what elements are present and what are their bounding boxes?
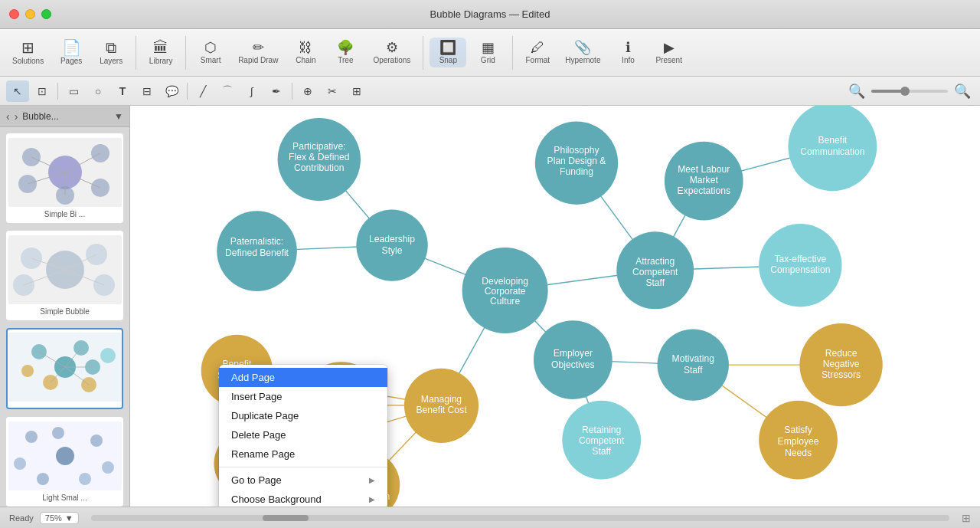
- ellipse-tool[interactable]: ○: [87, 80, 109, 102]
- menu-delete-page[interactable]: Delete Page: [219, 425, 387, 444]
- bezier-tool[interactable]: ∫: [240, 80, 263, 102]
- svg-text:Tax-effective: Tax-effective: [774, 254, 826, 264]
- text-tool[interactable]: T: [111, 80, 134, 102]
- toolbar-pages[interactable]: 📄 Pages: [53, 37, 90, 68]
- status-text: Ready: [9, 513, 34, 523]
- svg-point-40: [52, 427, 64, 439]
- callout-tool[interactable]: 💬: [160, 80, 183, 102]
- toolbar-rapid-draw[interactable]: ✏ Rapid Draw: [232, 38, 284, 67]
- horizontal-scrollbar[interactable]: [91, 515, 949, 521]
- rect-tool[interactable]: ▭: [62, 80, 85, 102]
- stamp-tool[interactable]: ⊕: [296, 80, 319, 102]
- zoom-in-button[interactable]: 🔍: [951, 81, 974, 101]
- zoom-out-button[interactable]: 🔍: [845, 81, 868, 101]
- toolbar-layers[interactable]: ⧉ Layers: [93, 37, 129, 68]
- page-thumb-3[interactable]: [6, 328, 123, 409]
- hypernote-icon: 📎: [574, 41, 591, 54]
- toolbar-chain[interactable]: ⛓ Chain: [287, 38, 324, 67]
- solutions-label: Solutions: [12, 57, 44, 65]
- toolbar-info[interactable]: ℹ Info: [609, 38, 646, 67]
- line-tool[interactable]: ╱: [191, 80, 214, 102]
- svg-text:Competent: Competent: [579, 435, 625, 446]
- scrollbar-thumb: [263, 515, 309, 521]
- page-thumb-label-2: Simple Bubble: [40, 307, 89, 316]
- svg-text:Employee: Employee: [778, 436, 819, 447]
- rapid-draw-label: Rapid Draw: [238, 56, 278, 64]
- svg-text:Developing: Developing: [482, 276, 528, 287]
- tools-sep-2: [187, 83, 188, 100]
- toolbar-format[interactable]: 🖊 Format: [519, 38, 556, 67]
- scissors-tool[interactable]: ✂: [321, 80, 344, 102]
- menu-choose-background-label: Choose Background: [231, 494, 322, 505]
- sidebar-page-name: Bubble...: [22, 111, 109, 122]
- menu-go-to-page[interactable]: Go to Page ▶: [219, 471, 387, 490]
- sidebar-header: ‹ › Bubble... ▼: [0, 106, 129, 127]
- sidebar-prev-button[interactable]: ‹: [6, 110, 10, 123]
- transform-tool[interactable]: ⊡: [31, 80, 54, 102]
- select-tool[interactable]: ↖: [6, 80, 29, 102]
- svg-text:Flex & Defined: Flex & Defined: [289, 152, 350, 162]
- toolbar-tree[interactable]: 🌳 Tree: [327, 38, 364, 67]
- minimize-button[interactable]: [25, 9, 35, 19]
- sidebar-next-button[interactable]: ›: [15, 110, 18, 123]
- library-label: Library: [149, 57, 173, 65]
- svg-text:Plan Design &: Plan Design &: [547, 156, 606, 166]
- svg-text:Style: Style: [382, 245, 403, 256]
- zoom-controls: 🔍 🔍: [845, 81, 974, 101]
- toolbar-solutions[interactable]: ⊞ Solutions: [6, 37, 50, 68]
- close-button[interactable]: [9, 9, 19, 19]
- arc-tool[interactable]: ⌒: [216, 80, 239, 102]
- svg-text:Reduce: Reduce: [825, 348, 858, 359]
- menu-duplicate-page-label: Duplicate Page: [231, 410, 299, 421]
- page-thumb-2[interactable]: Simple Bubble: [6, 231, 123, 320]
- menu-insert-page[interactable]: Insert Page: [219, 387, 387, 406]
- svg-text:Stressors: Stressors: [822, 369, 861, 380]
- toolbar-hypernote[interactable]: 📎 Hypernote: [559, 38, 606, 67]
- sidebar-page-dropdown[interactable]: ▼: [114, 111, 123, 122]
- svg-point-36: [14, 457, 26, 470]
- traffic-lights: [9, 9, 51, 19]
- svg-text:Defined Benefit: Defined Benefit: [225, 248, 289, 258]
- zoom-level-label: 75%: [45, 513, 62, 523]
- grid-label: Grid: [481, 56, 495, 64]
- textbox-tool[interactable]: ⊟: [136, 80, 158, 102]
- grid-icon: ▦: [482, 41, 495, 54]
- svg-text:Benefit: Benefit: [818, 135, 847, 146]
- menu-rename-page[interactable]: Rename Page: [219, 444, 387, 464]
- svg-point-27: [100, 348, 116, 363]
- resize-handle[interactable]: ⊞: [962, 512, 971, 524]
- svg-point-33: [56, 447, 74, 465]
- zoom-select[interactable]: 75% ▼: [40, 512, 79, 524]
- toolbar-smart[interactable]: ⬡ Smart: [192, 38, 229, 67]
- svg-text:Expectations: Expectations: [678, 185, 730, 196]
- svg-point-39: [79, 473, 91, 485]
- zoom-button[interactable]: [41, 9, 51, 19]
- smart-icon: ⬡: [204, 41, 217, 54]
- freehand-tool[interactable]: ✒: [265, 80, 288, 102]
- toolbar-operations[interactable]: ⚙ Operations: [367, 38, 416, 67]
- diagram-area[interactable]: .bubble-text { font-family: -apple-syste…: [130, 106, 980, 507]
- toolbar: ⊞ Solutions 📄 Pages ⧉ Layers 🏛 Library ⬡…: [0, 29, 980, 77]
- more-tools[interactable]: ⊞: [345, 80, 368, 102]
- svg-text:Philosophy: Philosophy: [554, 145, 599, 156]
- svg-text:Market: Market: [690, 175, 719, 185]
- svg-text:Contribution: Contribution: [294, 162, 344, 173]
- smart-label: Smart: [201, 56, 221, 64]
- toolbar-grid[interactable]: ▦ Grid: [469, 38, 506, 67]
- page-thumb-1[interactable]: Simple Bi ...: [6, 133, 123, 223]
- menu-sep-1: [219, 467, 387, 467]
- operations-label: Operations: [373, 56, 410, 64]
- menu-go-to-page-label: Go to Page: [231, 474, 282, 486]
- menu-duplicate-page[interactable]: Duplicate Page: [219, 406, 387, 425]
- menu-choose-background[interactable]: Choose Background ▶: [219, 490, 387, 507]
- svg-text:Needs: Needs: [785, 448, 812, 458]
- zoom-slider[interactable]: [871, 90, 948, 93]
- toolbar-separator-3: [423, 36, 423, 70]
- toolbar-present[interactable]: ▶ Present: [649, 38, 688, 67]
- toolbar-snap[interactable]: 🔲 Snap: [430, 38, 466, 67]
- toolbar-library[interactable]: 🏛 Library: [142, 37, 179, 68]
- context-menu: Add Page Insert Page Duplicate Page Dele…: [219, 365, 387, 507]
- menu-add-page[interactable]: Add Page: [219, 368, 387, 387]
- page-thumb-4[interactable]: Light Smal ...: [6, 417, 123, 507]
- svg-point-38: [37, 473, 49, 485]
